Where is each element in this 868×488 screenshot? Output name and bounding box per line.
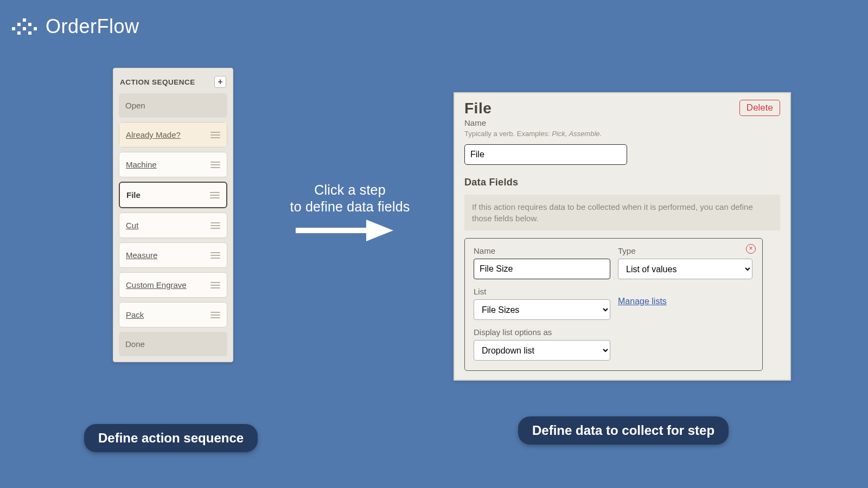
data-fields-heading: Data Fields (464, 177, 780, 188)
step-label: Custom Engrave (126, 280, 187, 290)
step-file[interactable]: File (119, 182, 227, 208)
drag-handle-icon[interactable] (210, 192, 220, 198)
step-already-made[interactable]: Already Made? (119, 122, 227, 147)
step-label: Already Made? (126, 130, 181, 139)
step-label: Measure (126, 251, 157, 260)
name-label: Name (464, 118, 602, 127)
step-label: Cut (126, 221, 138, 230)
brand: OrderFlow (12, 15, 139, 38)
drag-handle-icon[interactable] (210, 252, 220, 259)
drag-handle-icon[interactable] (210, 312, 220, 318)
step-label: Open (125, 101, 145, 110)
field-display-label: Display list options as (474, 328, 610, 337)
name-help: Typically a verb. Examples: Pick, Assemb… (464, 130, 602, 138)
drag-handle-icon[interactable] (210, 132, 220, 138)
instruction-line-2: to define data fields (279, 198, 420, 215)
caption-left: Define action sequence (84, 424, 258, 452)
drag-handle-icon[interactable] (210, 222, 220, 229)
data-field-card: × Name Type List of values List File Siz… (464, 238, 763, 371)
field-name-label: Name (474, 246, 610, 255)
step-machine[interactable]: Machine (119, 152, 227, 177)
step-open[interactable]: Open (119, 93, 227, 118)
step-label: File (126, 190, 141, 200)
brand-logo-icon (12, 17, 37, 36)
manage-lists-link[interactable]: Manage lists (618, 297, 667, 306)
svg-rect-5 (34, 27, 37, 30)
svg-rect-4 (23, 27, 26, 30)
detail-title: File (464, 100, 602, 117)
instruction-line-1: Click a step (279, 182, 420, 198)
delete-button[interactable]: Delete (739, 100, 780, 116)
step-pack[interactable]: Pack (119, 302, 227, 328)
action-sequence-header: ACTION SEQUENCE + (119, 74, 227, 93)
data-fields-info: If this action requires data to be colle… (464, 195, 780, 230)
svg-rect-1 (17, 23, 21, 26)
svg-rect-3 (12, 27, 15, 30)
field-type-select[interactable]: List of values (618, 259, 752, 279)
step-done[interactable]: Done (119, 332, 227, 356)
step-measure[interactable]: Measure (119, 242, 227, 268)
step-label: Machine (126, 160, 157, 169)
field-name-input[interactable] (474, 259, 610, 279)
caption-right: Define data to collect for step (518, 416, 729, 445)
drag-handle-icon[interactable] (210, 162, 220, 168)
svg-rect-7 (28, 31, 31, 35)
step-cut[interactable]: Cut (119, 213, 227, 238)
field-type-label: Type (618, 246, 752, 255)
instruction-callout: Click a step to define data fields (279, 182, 420, 216)
step-detail-panel: File Name Typically a verb. Examples: Pi… (454, 92, 791, 381)
svg-rect-2 (28, 23, 31, 26)
action-sequence-panel: ACTION SEQUENCE + Open Already Made? Mac… (113, 68, 233, 362)
drag-handle-icon[interactable] (210, 282, 220, 288)
step-custom-engrave[interactable]: Custom Engrave (119, 272, 227, 298)
field-list-label: List (474, 287, 610, 296)
arrow-icon (296, 217, 393, 246)
brand-name: OrderFlow (46, 15, 139, 38)
add-step-button[interactable]: + (214, 76, 226, 88)
svg-rect-6 (17, 31, 21, 35)
name-help-prefix: Typically a verb. Examples: (464, 130, 552, 138)
step-label: Pack (126, 310, 144, 319)
step-name-input[interactable] (464, 144, 627, 165)
name-help-examples: Pick, Assemble. (552, 130, 602, 138)
svg-rect-0 (23, 18, 26, 22)
svg-rect-8 (296, 228, 366, 233)
remove-field-button[interactable]: × (746, 244, 756, 254)
field-list-select[interactable]: File Sizes (474, 299, 610, 320)
step-label: Done (125, 339, 145, 349)
action-sequence-title: ACTION SEQUENCE (120, 78, 195, 86)
field-display-select[interactable]: Dropdown list (474, 340, 610, 361)
svg-marker-9 (366, 220, 393, 241)
